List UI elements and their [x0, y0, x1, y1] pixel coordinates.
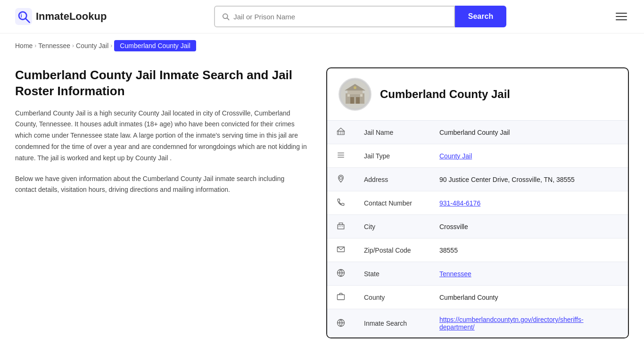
logo-link[interactable]: i InmateLookup: [15, 8, 107, 25]
info-value-link[interactable]: County Jail: [439, 152, 472, 160]
info-value: 90 Justice Center Drive, Crossville, TN,…: [439, 176, 575, 183]
row-icon: [327, 309, 355, 338]
row-label: Contact Number: [355, 191, 430, 215]
row-label: Address: [355, 168, 430, 191]
svg-rect-10: [350, 97, 354, 104]
hamburger-line: [616, 13, 627, 14]
row-label: State: [355, 262, 430, 286]
info-table: Jail Name Cumberland County Jail Jail Ty…: [327, 121, 628, 337]
svg-rect-8: [347, 90, 363, 94]
svg-marker-16: [338, 128, 345, 132]
row-value: Crossville: [430, 215, 628, 239]
table-row: Jail Name Cumberland County Jail: [327, 121, 628, 144]
row-icon: [327, 215, 355, 239]
info-value: Crossville: [439, 223, 468, 230]
search-icon: [222, 12, 230, 21]
info-card: Cumberland County Jail Jail Name Cumberl…: [326, 67, 629, 338]
row-icon: [327, 191, 355, 215]
jail-card-title: Cumberland County Jail: [380, 88, 510, 101]
breadcrumb-sep: ›: [34, 42, 36, 49]
search-button[interactable]: Search: [455, 6, 506, 27]
logo-text: InmateLookup: [36, 10, 107, 23]
row-label: Jail Name: [355, 121, 430, 144]
row-label: Zip/Postal Code: [355, 239, 430, 262]
info-value-link[interactable]: 931-484-6176: [439, 199, 480, 207]
breadcrumb-sep: ›: [72, 42, 74, 49]
row-icon: [327, 144, 355, 168]
svg-rect-11: [356, 97, 360, 104]
info-value-link[interactable]: Tennessee: [439, 270, 471, 278]
table-row: Jail Type County Jail: [327, 144, 628, 168]
table-row: City Crossville: [327, 215, 628, 239]
row-value[interactable]: Tennessee: [430, 262, 628, 286]
info-value-link[interactable]: https://cumberlandcountytn.gov/directory…: [439, 316, 584, 331]
breadcrumb-current: Cumberland County Jail: [114, 40, 196, 51]
row-icon: [327, 262, 355, 286]
row-icon: [327, 286, 355, 309]
building-icon: [341, 80, 369, 108]
row-value[interactable]: 931-484-6176: [430, 191, 628, 215]
table-row: Contact Number 931-484-6176: [327, 191, 628, 215]
table-row: County Cumberland County: [327, 286, 628, 309]
table-row: Zip/Postal Code 38555: [327, 239, 628, 262]
breadcrumb-sep: ›: [110, 42, 112, 49]
svg-line-5: [227, 18, 229, 20]
svg-point-14: [354, 86, 356, 89]
left-column: Cumberland County Jail Inmate Search and…: [15, 67, 307, 196]
info-value: Cumberland County Jail: [439, 129, 510, 136]
search-area: Search: [214, 6, 506, 27]
breadcrumb-tennessee[interactable]: Tennessee: [38, 42, 70, 49]
svg-text:i: i: [21, 13, 22, 18]
search-input[interactable]: [233, 13, 447, 21]
row-icon: [327, 121, 355, 144]
breadcrumb-county-jail[interactable]: County Jail: [76, 42, 108, 49]
hamburger-line: [616, 19, 627, 20]
svg-rect-25: [339, 223, 343, 225]
page-description-1: Cumberland County Jail is a high securit…: [15, 108, 307, 164]
row-label: City: [355, 215, 430, 239]
table-row: Address 90 Justice Center Drive, Crossvi…: [327, 168, 628, 191]
table-row: State Tennessee: [327, 262, 628, 286]
svg-rect-32: [338, 295, 345, 300]
row-icon: [327, 168, 355, 191]
breadcrumb: Home › Tennessee › County Jail › Cumberl…: [0, 33, 644, 58]
svg-rect-12: [347, 94, 350, 97]
row-value: Cumberland County Jail: [430, 121, 628, 144]
svg-rect-13: [360, 94, 363, 97]
page-description-2: Below we have given information about th…: [15, 173, 307, 196]
row-icon: [327, 239, 355, 262]
row-value: Cumberland County: [430, 286, 628, 309]
row-value: 38555: [430, 239, 628, 262]
row-value: 90 Justice Center Drive, Crossville, TN,…: [430, 168, 628, 191]
table-row: Inmate Search https://cumberlandcountytn…: [327, 309, 628, 338]
page-title: Cumberland County Jail Inmate Search and…: [15, 67, 307, 99]
row-label: County: [355, 286, 430, 309]
svg-point-23: [339, 177, 342, 180]
main-content: Cumberland County Jail Inmate Search and…: [0, 58, 644, 357]
info-card-header: Cumberland County Jail: [327, 68, 628, 121]
row-label: Inmate Search: [355, 309, 430, 338]
info-value: Cumberland County: [439, 294, 498, 301]
row-label: Jail Type: [355, 144, 430, 168]
hamburger-line: [616, 16, 627, 17]
row-value[interactable]: https://cumberlandcountytn.gov/directory…: [430, 309, 628, 338]
site-header: i InmateLookup Search: [0, 0, 644, 33]
row-value[interactable]: County Jail: [430, 144, 628, 168]
info-value: 38555: [439, 247, 458, 254]
breadcrumb-home[interactable]: Home: [15, 42, 33, 49]
logo-icon: i: [15, 8, 32, 25]
jail-avatar: [339, 78, 372, 111]
menu-button[interactable]: [614, 11, 629, 22]
search-wrapper: [214, 6, 455, 27]
